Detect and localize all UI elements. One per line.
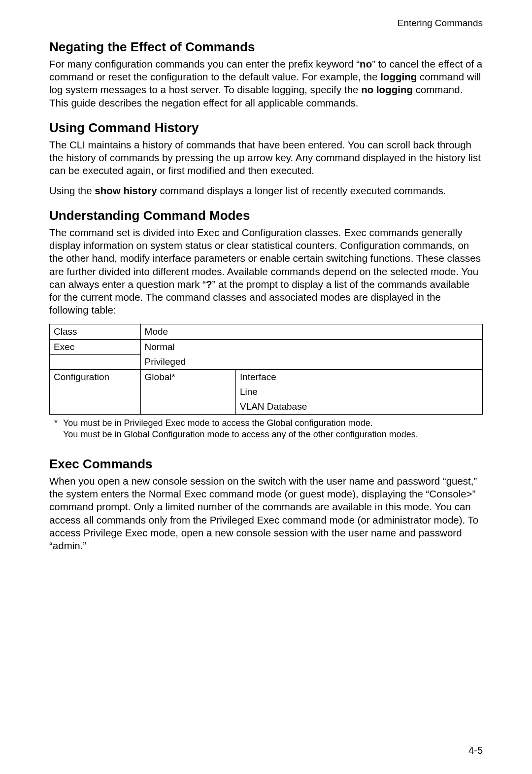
page: Entering Commands Negating the Effect of…	[0, 0, 532, 774]
text: For many configuration commands you can …	[49, 58, 360, 70]
para-exec: When you open a new console session on t…	[49, 475, 483, 552]
kw-no: no	[360, 58, 372, 70]
modes-table: Class Mode Exec Normal Privileged Config…	[49, 324, 483, 415]
th-mode: Mode	[140, 324, 482, 339]
table-row: Class Mode	[50, 324, 483, 339]
heading-modes: Understanding Command Modes	[49, 208, 483, 223]
text: command displays a longer list of recent…	[157, 185, 446, 196]
kw-question-mark: ?	[206, 279, 212, 290]
running-head: Entering Commands	[49, 18, 483, 29]
kw-no-logging: no logging	[361, 84, 413, 95]
cell-exec-normal: Normal	[140, 339, 482, 354]
cell-conf-class: Configuration	[50, 370, 141, 415]
heading-exec: Exec Commands	[49, 457, 483, 472]
text: Using the	[49, 185, 95, 196]
para-history-1: The CLI maintains a history of commands …	[49, 139, 483, 177]
cell-conf-vlan: VLAN Database	[235, 399, 482, 415]
heading-history: Using Command History	[49, 120, 483, 136]
heading-negating: Negating the Effect of Commands	[49, 39, 483, 55]
table-row: Privileged	[50, 354, 483, 370]
cell-conf-global: Global*	[140, 370, 235, 415]
table-row: Configuration Global* Interface	[50, 370, 483, 385]
cell-exec-class: Exec	[50, 339, 141, 354]
table-footnote-2: You must be in Global Configuration mode…	[49, 429, 483, 440]
footnote-star: *	[54, 418, 63, 429]
kw-show-history: show history	[95, 185, 157, 196]
para-modes: The command set is divided into Exec and…	[49, 226, 483, 317]
th-class: Class	[50, 324, 141, 339]
cell-exec-privileged: Privileged	[140, 354, 482, 370]
table-row: Exec Normal	[50, 339, 483, 354]
kw-logging: logging	[380, 71, 417, 82]
footnote-text: You must be in Privileged Exec mode to a…	[63, 418, 373, 428]
cell-conf-line: Line	[235, 385, 482, 399]
para-history-2: Using the show history command displays …	[49, 184, 483, 197]
page-number: 4-5	[468, 745, 483, 756]
para-negating: For many configuration commands you can …	[49, 58, 483, 109]
table-footnote-1: *You must be in Privileged Exec mode to …	[49, 418, 483, 429]
cell-conf-interface: Interface	[235, 370, 482, 385]
